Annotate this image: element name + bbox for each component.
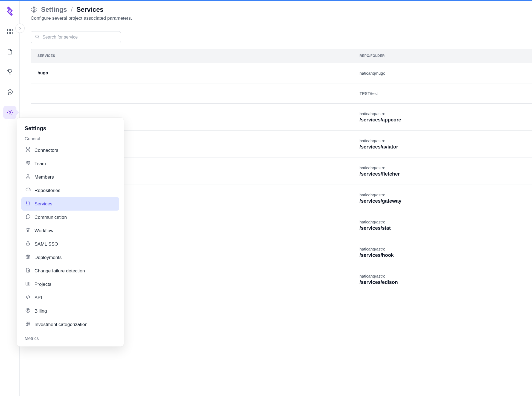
svg-point-8 (33, 9, 35, 10)
settings-item-label: API (34, 295, 42, 301)
nav-docs[interactable] (3, 45, 16, 58)
settings-item-label: Deployments (34, 255, 62, 260)
svg-point-6 (10, 92, 11, 92)
svg-rect-24 (26, 282, 30, 285)
breadcrumb-separator: / (71, 6, 73, 13)
table-row[interactable]: TEST/test (31, 83, 532, 103)
settings-item-workflow[interactable]: Workflow (21, 224, 119, 237)
svg-rect-26 (26, 322, 28, 324)
settings-item-label: Workflow (34, 228, 54, 234)
connectors-icon (25, 147, 31, 154)
settings-item-services[interactable]: Services (21, 197, 119, 211)
settings-item-api[interactable]: API (21, 291, 119, 304)
svg-point-11 (26, 148, 27, 148)
svg-point-19 (29, 228, 30, 229)
svg-point-9 (36, 35, 39, 38)
billing-icon (25, 308, 31, 315)
svg-point-20 (27, 231, 28, 232)
repo-folder: /services/gateway (360, 198, 525, 204)
settings-item-projects[interactable]: Projects (21, 278, 119, 291)
settings-item-label: Repositories (34, 188, 60, 193)
repo-folder: /services/aviator (360, 144, 525, 150)
svg-rect-28 (26, 324, 28, 326)
repo-folder: /services/appcore (360, 117, 525, 123)
svg-point-14 (29, 151, 30, 152)
settings-item-label: Billing (34, 308, 47, 314)
settings-item-label: Communication (34, 215, 67, 220)
settings-item-lock[interactable]: SAML SSO (21, 237, 119, 251)
repo-name: haticahq/hugo (360, 71, 525, 75)
repo-folder: /services/hook (360, 252, 525, 258)
settings-item-members[interactable]: Members (21, 170, 119, 184)
svg-point-16 (28, 161, 30, 162)
search-icon (35, 34, 40, 40)
repo-name: TEST/test (360, 91, 525, 96)
settings-item-detect[interactable]: Change failure detection (21, 264, 119, 278)
repo-name: haticahq/astro (360, 274, 525, 278)
settings-flyout: Settings General ConnectorsTeamMembersRe… (17, 118, 124, 347)
nav-goals[interactable] (3, 65, 16, 78)
settings-item-label: Services (34, 201, 52, 207)
header-repo: REPO/FOLDER (360, 54, 525, 58)
svg-point-12 (29, 148, 30, 148)
nav-chat[interactable] (3, 86, 16, 99)
settings-item-repos[interactable]: Repositories (21, 184, 119, 197)
settings-item-label: Change failure detection (34, 268, 85, 274)
svg-point-7 (9, 112, 11, 113)
svg-rect-1 (10, 29, 12, 31)
repo-name: haticahq/astro (360, 247, 525, 251)
settings-item-invest[interactable]: Investment categorization (21, 318, 119, 331)
settings-item-team[interactable]: Team (21, 157, 119, 170)
search-box[interactable] (31, 31, 121, 43)
deploy-icon (25, 254, 31, 261)
members-icon (25, 174, 31, 180)
breadcrumb: Settings / Services (31, 6, 524, 13)
svg-rect-3 (10, 32, 12, 34)
search-input[interactable] (42, 35, 117, 40)
workflow-icon (25, 227, 31, 234)
projects-icon (25, 281, 31, 288)
svg-point-15 (27, 161, 28, 163)
header-services: SERVICES (37, 54, 360, 58)
svg-rect-2 (7, 32, 9, 34)
repo-folder: /services/stat (360, 225, 525, 231)
settings-item-connectors[interactable]: Connectors (21, 144, 119, 157)
svg-point-5 (10, 92, 10, 92)
table-row[interactable]: hugohaticahq/hugo (31, 63, 532, 83)
svg-point-18 (26, 228, 27, 229)
repo-folder: /services/fletcher (360, 171, 525, 177)
svg-point-10 (27, 149, 28, 150)
lock-icon (25, 241, 31, 248)
comm-icon (25, 214, 31, 221)
svg-rect-21 (26, 243, 30, 245)
nav-dashboard[interactable] (3, 25, 16, 38)
expand-sidebar-button[interactable] (15, 24, 25, 33)
svg-rect-0 (7, 29, 9, 31)
invest-icon (25, 321, 31, 328)
repos-icon (25, 187, 31, 194)
settings-item-label: Projects (34, 282, 51, 287)
repo-folder: /services/edison (360, 279, 525, 285)
repo-name: haticahq/astro (360, 111, 525, 116)
page-header: Settings / Services Configure several pr… (20, 1, 532, 26)
settings-item-label: SAML SSO (34, 241, 58, 247)
table-header: SERVICES REPO/FOLDER (31, 49, 532, 63)
settings-item-billing[interactable]: Billing (21, 304, 119, 318)
repo-name: haticahq/astro (360, 193, 525, 197)
settings-item-deploy[interactable]: Deployments (21, 251, 119, 264)
detect-icon (25, 267, 31, 274)
settings-item-comm[interactable]: Communication (21, 211, 119, 224)
repo-name: haticahq/astro (360, 220, 525, 224)
breadcrumb-parent[interactable]: Settings (41, 6, 67, 13)
nav-settings[interactable] (3, 106, 16, 119)
service-name: hugo (37, 71, 360, 75)
svg-rect-27 (28, 322, 30, 324)
settings-item-label: Members (34, 174, 54, 180)
svg-point-13 (26, 151, 27, 152)
breadcrumb-current: Services (76, 6, 103, 13)
flyout-section-metrics: Metrics (21, 331, 119, 341)
gear-icon (31, 6, 37, 13)
svg-point-4 (9, 92, 9, 92)
svg-point-17 (27, 174, 29, 176)
repo-name: haticahq/astro (360, 165, 525, 170)
